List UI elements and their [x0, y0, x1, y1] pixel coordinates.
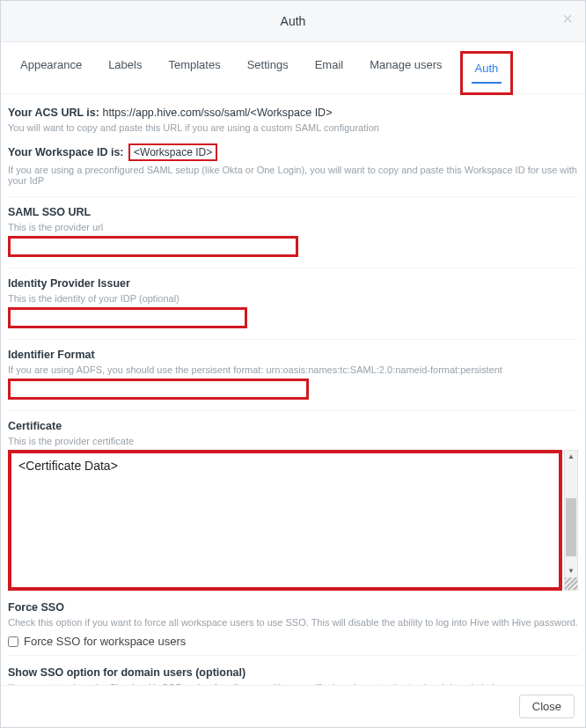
modal-footer: Close [1, 685, 585, 727]
sso-url-label: SAML SSO URL [8, 206, 578, 218]
separator [8, 196, 578, 197]
separator [8, 410, 578, 411]
certificate-textarea[interactable]: <Certificate Data> [8, 450, 562, 591]
close-button[interactable]: Close [519, 695, 575, 718]
force-sso-checkbox-label: Force SSO for workspace users [24, 635, 186, 648]
acs-line: Your ACS URL is: https://app.hive.com/ss… [8, 107, 578, 119]
force-sso-label: Force SSO [8, 601, 578, 614]
workspace-id-line: Your Workspace ID is: <Workspace ID> [8, 143, 578, 161]
tab-appearance[interactable]: Appearance [17, 53, 85, 93]
workspace-id-value: <Workspace ID> [128, 143, 217, 161]
workspace-id-label: Your Workspace ID is: [8, 146, 124, 158]
sso-url-helper: This is the provider url [8, 222, 578, 232]
modal-body: Your ACS URL is: https://app.hive.com/ss… [1, 94, 585, 685]
modal-header: Auth × [1, 1, 585, 42]
identifier-format-label: Identifier Format [8, 349, 578, 361]
scroll-up-icon[interactable]: ▲ [565, 451, 577, 463]
idp-issuer-section: Identity Provider Issuer This is the ide… [8, 277, 578, 328]
workspace-id-section: Your Workspace ID is: <Workspace ID> If … [8, 143, 578, 186]
force-sso-checkbox-row[interactable]: Force SSO for workspace users [8, 631, 578, 656]
force-sso-section: Force SSO Check this option if you want … [8, 601, 578, 656]
scroll-track[interactable] [565, 463, 577, 565]
certificate-scrollbar[interactable]: ▲ ▼ [564, 450, 578, 591]
certificate-input-wrap: <Certificate Data> ▲ ▼ [8, 450, 578, 591]
domain-section: Show SSO option for domain users (option… [8, 666, 578, 685]
workspace-id-helper: If you are using a preconfigured SAML se… [8, 165, 578, 186]
scroll-thumb[interactable] [566, 498, 576, 556]
acs-url-prefix: https://app.hive.com/sso/saml/ [102, 107, 250, 119]
acs-url-suffix: <Workspace ID> [251, 107, 333, 119]
tab-settings[interactable]: Settings [244, 53, 292, 93]
modal-title: Auth [281, 14, 306, 28]
certificate-section: Certificate This is the provider certifi… [8, 420, 578, 591]
acs-helper: You will want to copy and paste this URL… [8, 122, 578, 133]
acs-section: Your ACS URL is: https://app.hive.com/ss… [8, 107, 578, 133]
tab-bar: Appearance Labels Templates Settings Ema… [1, 42, 585, 94]
domain-label: Show SSO option for domain users (option… [8, 666, 578, 679]
identifier-format-input[interactable] [8, 379, 309, 400]
certificate-label: Certificate [8, 420, 578, 432]
idp-issuer-input[interactable] [8, 307, 247, 328]
tab-auth[interactable]: Auth [472, 56, 502, 84]
tab-auth-highlight: Auth [460, 51, 514, 95]
separator [8, 268, 578, 268]
certificate-helper: This is the provider certificate [8, 436, 578, 446]
force-sso-checkbox[interactable] [8, 636, 18, 647]
resize-grip-icon[interactable] [565, 577, 577, 590]
identifier-format-helper: If you are using ADFS, you should use th… [8, 364, 578, 375]
scroll-down-icon[interactable]: ▼ [565, 565, 577, 577]
tab-templates[interactable]: Templates [165, 53, 223, 93]
sso-url-input[interactable] [8, 236, 298, 257]
idp-issuer-helper: This is the identity of your IDP (option… [8, 293, 578, 304]
sso-url-section: SAML SSO URL This is the provider url [8, 206, 578, 257]
idp-issuer-label: Identity Provider Issuer [8, 277, 578, 290]
acs-label: Your ACS URL is: [8, 107, 99, 119]
force-sso-helper: Check this option if you want to force a… [8, 617, 578, 628]
separator [8, 339, 578, 340]
tab-manage-users[interactable]: Manage users [366, 53, 445, 93]
tab-labels[interactable]: Labels [105, 53, 145, 93]
tab-email[interactable]: Email [311, 53, 348, 93]
identifier-format-section: Identifier Format If you are using ADFS,… [8, 349, 578, 400]
close-icon[interactable]: × [562, 10, 573, 27]
